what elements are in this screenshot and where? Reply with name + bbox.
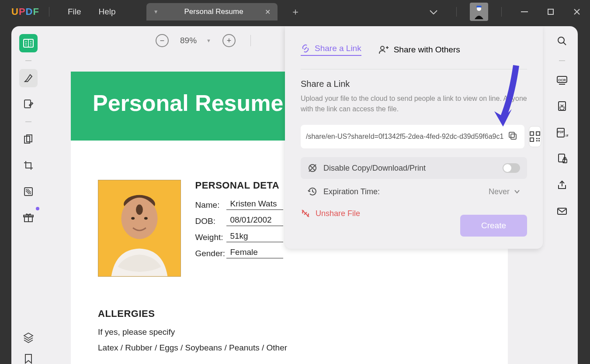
history-icon	[308, 187, 317, 196]
section-personal-heading: PERSONAL DETA	[195, 180, 283, 191]
window-maximize-icon[interactable]	[538, 3, 564, 21]
disable-copy-toggle[interactable]	[503, 163, 520, 173]
svg-text:OCR: OCR	[558, 78, 566, 82]
zoom-out-button[interactable]: −	[156, 34, 169, 47]
window-minimize-icon[interactable]	[511, 3, 538, 21]
allergies-question: If yes, please specify	[98, 327, 481, 337]
svg-rect-27	[509, 132, 514, 137]
share-description: Upload your file to the cloud to send pe…	[301, 93, 527, 114]
window-close-icon[interactable]	[564, 3, 590, 21]
weight-label: Weight:	[195, 233, 226, 242]
pdfa-icon[interactable]: PDF/A	[555, 126, 569, 140]
share-icon[interactable]	[555, 178, 569, 192]
disable-icon	[308, 163, 317, 173]
allergies-list: Latex / Rubber / Eggs / Soybeans / Peanu…	[98, 343, 481, 353]
resume-photo	[98, 180, 181, 277]
reader-tool[interactable]	[19, 34, 38, 52]
qr-code-button[interactable]	[529, 126, 541, 147]
svg-rect-2	[521, 11, 528, 12]
svg-point-22	[121, 198, 157, 239]
svg-text:PDF: PDF	[558, 130, 564, 134]
svg-point-24	[131, 217, 135, 220]
svg-rect-3	[548, 9, 553, 14]
svg-point-26	[381, 46, 384, 50]
link-icon	[301, 44, 310, 53]
crop-tool[interactable]	[19, 156, 38, 175]
highlighter-tool[interactable]	[19, 69, 38, 87]
unlink-icon	[301, 209, 310, 218]
svg-rect-5	[24, 100, 31, 108]
menu-help[interactable]: Help	[90, 7, 125, 17]
document-tab[interactable]: ▼ Personal Resume ✕	[146, 3, 278, 21]
layers-tool[interactable]	[23, 332, 34, 343]
svg-rect-1	[476, 6, 482, 7]
tab-title: Personal Resume	[172, 7, 256, 16]
svg-point-23	[136, 205, 143, 215]
svg-rect-31	[530, 138, 534, 141]
svg-rect-33	[538, 138, 540, 139]
svg-point-11	[558, 37, 564, 43]
svg-rect-30	[536, 132, 540, 135]
svg-rect-34	[536, 140, 538, 141]
convert-icon[interactable]	[555, 100, 569, 113]
gift-tool[interactable]	[19, 209, 38, 227]
create-button[interactable]: Create	[460, 215, 527, 237]
tab-dropdown-icon[interactable]: ▼	[153, 9, 159, 15]
svg-point-25	[144, 217, 148, 220]
new-tab-button[interactable]: ＋	[291, 5, 300, 18]
weight-value: 51kg	[226, 231, 283, 242]
zoom-dropdown-icon[interactable]: ▼	[206, 38, 211, 43]
svg-rect-20	[558, 208, 566, 214]
svg-rect-32	[536, 138, 538, 139]
copy-link-button[interactable]	[508, 131, 519, 142]
share-link-box: /share/en-US?shareId=0f1342f5-2dea-4fed-…	[301, 125, 524, 148]
app-logo: UPDF	[11, 6, 39, 17]
user-avatar[interactable]	[470, 3, 488, 21]
name-value: Kristen Wats	[226, 199, 283, 210]
bookmark-tool[interactable]	[24, 354, 32, 364]
expiration-value[interactable]: Never	[489, 187, 520, 196]
svg-rect-29	[530, 132, 534, 135]
edit-tool[interactable]	[19, 95, 38, 113]
dob-label: DOB:	[195, 216, 226, 226]
zoom-in-button[interactable]: +	[222, 34, 236, 47]
svg-rect-28	[511, 134, 516, 139]
expiration-row: Expiration Time: Never	[301, 181, 527, 203]
protect-icon[interactable]	[555, 152, 569, 166]
pages-tool[interactable]	[19, 130, 38, 148]
search-icon[interactable]	[555, 34, 569, 48]
share-panel: Share a Link Share with Others Share a L…	[285, 26, 543, 249]
share-link-text[interactable]: /share/en-US?shareId=0f1342f5-2dea-4fed-…	[306, 133, 503, 141]
name-label: Name:	[195, 200, 226, 210]
tab-share-others[interactable]: Share with Others	[379, 45, 460, 55]
people-icon	[379, 45, 389, 55]
menu-file[interactable]: File	[59, 7, 90, 17]
dob-value: 08/01/2002	[226, 215, 283, 226]
svg-text:/A: /A	[566, 134, 568, 137]
zoom-value: 89%	[180, 36, 197, 45]
allergies-heading: ALLERGIES	[98, 308, 481, 319]
share-heading: Share a Link	[301, 79, 527, 89]
gender-value: Female	[226, 247, 283, 258]
disable-copy-row: Disable Copy/Download/Print	[301, 157, 527, 179]
gender-label: Gender:	[195, 249, 226, 258]
email-icon[interactable]	[555, 204, 569, 218]
tab-share-link[interactable]: Share a Link	[301, 44, 361, 56]
tab-close-icon[interactable]: ✕	[265, 8, 271, 16]
watermark-tool[interactable]	[19, 182, 38, 201]
svg-rect-35	[538, 140, 540, 141]
ocr-icon[interactable]: OCR	[555, 73, 569, 87]
chevron-down-icon	[514, 189, 520, 194]
tabs-overflow-icon[interactable]	[420, 3, 447, 21]
